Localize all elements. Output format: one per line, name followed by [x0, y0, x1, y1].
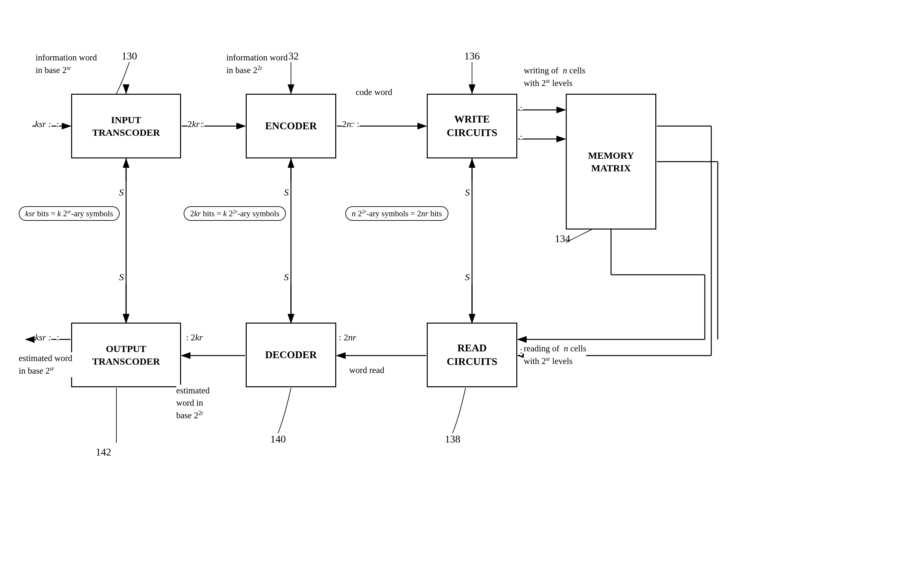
- colon-ksr-top: :: [56, 119, 59, 129]
- input-transcoder-block: INPUTTRANSCODER: [71, 94, 181, 158]
- colon-ksr-bottom: :: [56, 332, 59, 343]
- ref-138: 138: [445, 433, 460, 445]
- s-read-circuits: S: [465, 272, 470, 283]
- write-circuits-block: WRITECIRCUITS: [427, 94, 517, 158]
- write-right-colon2: :: [520, 132, 523, 142]
- ref-136: 136: [464, 50, 480, 62]
- colon-2nr-top: :: [351, 119, 353, 129]
- ref-140: 140: [270, 433, 286, 445]
- oval-n-symbols: n 22r-ary symbols = 2nr bits: [345, 206, 449, 221]
- ksr-wire-bottom-label: ksr :: [35, 332, 51, 343]
- ksr-wire-top-label: ksr :: [35, 119, 51, 129]
- est-word-base-22r-label: estimatedword inbase 22r: [176, 385, 210, 422]
- output-transcoder-block: OUTPUTTRANSCODER: [71, 323, 181, 387]
- s-decoder: S: [284, 272, 289, 283]
- est-word-base-2sr-label: estimated wordin base 2sr: [19, 352, 73, 377]
- s-input-transcoder: S: [119, 187, 124, 198]
- 2nr-wire-bottom-label: : 2nr: [339, 332, 356, 343]
- s-encoder: S: [284, 187, 289, 198]
- read-circuits-block: READCIRCUITS: [427, 323, 517, 387]
- 2kr-wire-bottom-label: : 2kr: [186, 332, 203, 343]
- write-right-colon1: :: [520, 103, 523, 113]
- colon-2kr-top: :: [200, 119, 203, 129]
- info-word-base-2sr-label: information wordin base 2sr: [36, 52, 97, 77]
- s-output-transcoder: S: [119, 272, 124, 283]
- read-right-colon: :: [520, 345, 523, 356]
- oval-ksr-bits: ksr bits = k 2sr-ary symbols: [19, 206, 120, 221]
- oval-2kr-bits: 2kr bits = k 22r-ary symbols: [184, 206, 286, 221]
- code-word-label: code word: [356, 87, 392, 97]
- decoder-block: DECODER: [246, 323, 336, 387]
- ref-142: 142: [96, 446, 111, 458]
- ref-130: 130: [122, 50, 137, 62]
- memory-matrix-block: MEMORYMATRIX: [566, 94, 656, 229]
- reading-n-cells-label: reading of n cells with 2sr levels: [524, 343, 586, 367]
- s-write-circuits: S: [465, 187, 470, 198]
- encoder-block: ENCODER: [246, 94, 336, 158]
- word-read-label: word read: [349, 365, 384, 375]
- writing-n-cells-label: writing of n cells with 2sr levels: [524, 65, 585, 89]
- info-word-base-22r-label: information wordin base 22r: [226, 52, 288, 77]
- ref-134: 134: [555, 233, 570, 245]
